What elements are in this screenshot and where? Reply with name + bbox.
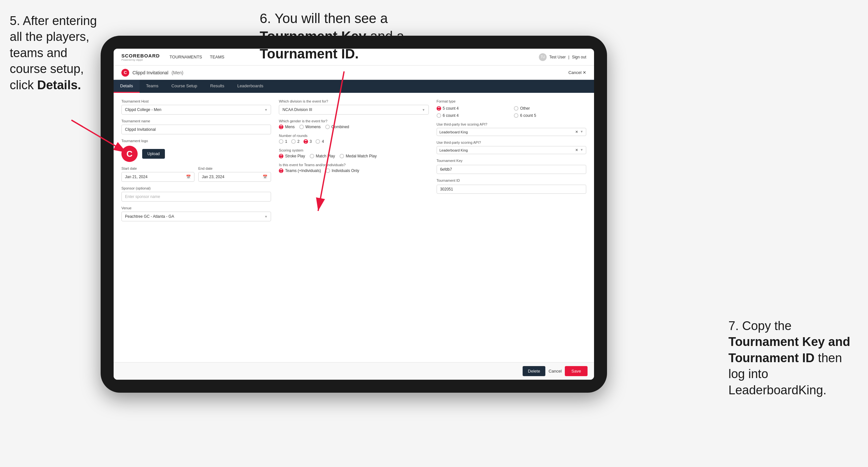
scoring-radio-group: Stroke Play Match Play Medal Match Play [279,154,429,158]
round-4[interactable]: 4 [315,139,324,144]
tab-teams[interactable]: Teams [140,80,165,93]
format-other[interactable]: Other [514,106,586,111]
format-5count4[interactable]: 5 count 4 [437,106,509,111]
format-6count5[interactable]: 6 count 5 [514,113,586,118]
gender-combined[interactable]: Combined [325,125,349,129]
dropdown-live-scoring: ▼ [580,130,583,134]
round-2[interactable]: 2 [291,139,300,144]
tournament-logo-c: C [121,69,129,76]
radio-round-3 [304,139,308,144]
scoring-medal-match[interactable]: Medal Match Play [340,154,376,158]
tournament-name-group: Tournament name Clippd Invitational [121,119,271,134]
annotation-bottom-right: 7. Copy the Tournament Key and Tournamen… [728,318,858,398]
nav-tournaments[interactable]: TOURNAMENTS [169,53,202,61]
tournament-key-label: Tournament Key [437,159,586,163]
round-1[interactable]: 1 [279,139,287,144]
tournament-name-input[interactable]: Clippd Invitational [121,125,271,134]
form-col1: Tournament Host Clippd College - Men ▼ T… [121,99,271,221]
tab-leaderboards[interactable]: Leaderboards [231,80,270,93]
tournament-header: C Clippd Invitational (Men) Cancel ✕ [114,66,594,80]
rounds-label: Number of rounds [279,134,429,137]
scoring-match[interactable]: Match Play [310,154,335,158]
form-col2: Which division is the event for? NCAA Di… [279,99,429,221]
gender-radio-group: Mens Womens Combined [279,125,429,129]
tournament-id-label: Tournament ID [437,179,586,182]
nav-right: TU Test User | Sign out [539,53,586,61]
cancel-button[interactable]: Cancel [549,369,562,374]
logo-upload-area: C Upload [121,146,271,162]
round-3[interactable]: 3 [304,139,312,144]
start-date-input[interactable]: Jan 21, 2024 📅 [121,172,194,182]
gender-group: Which gender is the event for? Mens Wome… [279,119,429,129]
live-scoring-group: Use third-party live scoring API? Leader… [437,122,586,136]
format-label: Format type [437,99,586,103]
gender-womens[interactable]: Womens [299,125,321,129]
dropdown-arrow-division: ▼ [422,108,425,112]
gender-mens[interactable]: Mens [279,125,294,129]
teams-teams[interactable]: Teams (+Individuals) [279,168,321,173]
tournament-id-input[interactable]: 302051 [437,185,586,194]
tablet-screen: SCOREBOARD Powered by clippd TOURNAMENTS… [114,49,594,380]
action-bar: Delete Cancel Save [114,362,594,380]
tab-bar: Details Teams Course Setup Results Leade… [114,80,594,93]
upload-button[interactable]: Upload [142,149,165,159]
end-date-label: End date [198,166,271,170]
gender-label: Which gender is the event for? [279,119,429,123]
tab-course-setup[interactable]: Course Setup [165,80,204,93]
delete-button[interactable]: Delete [523,366,545,376]
start-date-group: Start date Jan 21, 2024 📅 [121,166,194,182]
save-button[interactable]: Save [565,366,588,376]
sponsor-input[interactable]: Enter sponsor name [121,192,271,201]
cancel-header-button[interactable]: Cancel ✕ [568,70,586,75]
user-name: Test User [549,55,566,59]
form-col3: Format type 5 count 4 Other 6 count 4 [437,99,586,221]
tab-details[interactable]: Details [114,80,140,93]
division-input[interactable]: NCAA Division III ▼ [279,105,429,115]
format-options: 5 count 4 Other 6 count 4 6 count 5 [437,106,586,118]
scoreboard-logo: SCOREBOARD Powered by clippd [121,53,160,61]
tab-results[interactable]: Results [204,80,231,93]
tournament-host-group: Tournament Host Clippd College - Men ▼ [121,99,271,115]
live-scoring2-input[interactable]: Leaderboard King ✕▼ [437,146,586,154]
date-row: Start date Jan 21, 2024 📅 End date Jan 2… [121,166,271,182]
teams-label: Is this event for Teams and/or Individua… [279,163,429,167]
sponsor-group: Sponsor (optional) Enter sponsor name [121,186,271,201]
tournament-name: Clippd Invitational (Men) [132,70,568,75]
avatar: TU [539,53,547,61]
radio-womens-circle [299,125,304,129]
venue-input[interactable]: Peachtree GC - Atlanta - GA ▼ [121,212,271,221]
radio-other [514,106,518,111]
tournament-name-label: Tournament name [121,119,271,123]
tournament-host-input[interactable]: Clippd College - Men ▼ [121,105,271,115]
live-scoring-input[interactable]: Leaderboard King ✕▼ [437,128,586,136]
x-icon2[interactable]: ✕ [575,148,578,152]
rounds-radio-group: 1 2 3 4 [279,139,429,144]
radio-combined-circle [325,125,330,129]
end-date-group: End date Jan 23, 2024 📅 [198,166,271,182]
venue-label: Venue [121,206,271,210]
radio-round-2 [291,139,296,144]
teams-individuals[interactable]: Individuals Only [326,168,359,173]
scoreboard-title: SCOREBOARD [121,53,160,58]
teams-group: Is this event for Teams and/or Individua… [279,163,429,173]
dropdown-arrow-host: ▼ [264,108,268,112]
sign-out-link[interactable]: Sign out [572,55,586,59]
scoring-group: Scoring system Stroke Play Match Play [279,148,429,158]
radio-stroke [279,154,283,158]
annotation-left: 5. After entering all the players, teams… [10,13,101,93]
live-scoring2-label: Use third-party scoring API? [437,141,586,145]
calendar-icon: 📅 [186,175,191,179]
radio-medal-match [340,154,344,158]
live-scoring-label: Use third-party live scoring API? [437,122,586,126]
dropdown-arrow-venue: ▼ [264,215,268,218]
radio-6count4 [437,113,441,118]
end-date-input[interactable]: Jan 23, 2024 📅 [198,172,271,182]
sponsor-label: Sponsor (optional) [121,186,271,190]
tablet-frame: SCOREBOARD Powered by clippd TOURNAMENTS… [101,36,607,393]
x-icon[interactable]: ✕ [575,130,578,134]
nav-teams[interactable]: TEAMS [210,53,225,61]
tournament-key-input[interactable]: 6efdb7 [437,165,586,174]
scoring-stroke[interactable]: Stroke Play [279,154,305,158]
format-group: Format type 5 count 4 Other 6 count 4 [437,99,586,118]
format-6count4[interactable]: 6 count 4 [437,113,509,118]
